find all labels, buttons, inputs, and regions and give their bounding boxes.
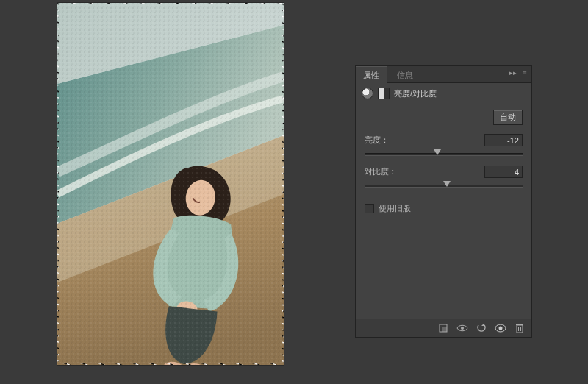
contrast-label: 对比度： [365,166,400,177]
svg-rect-15 [57,3,284,365]
adjustment-title: 亮度/对比度 [394,88,437,99]
tab-info[interactable]: 信息 [390,67,420,83]
svg-point-21 [499,327,503,330]
panel-menu-icon[interactable]: ≡ [521,69,528,77]
reset-icon[interactable] [476,322,487,334]
brightness-value-input[interactable] [484,134,523,146]
svg-rect-18 [442,327,447,332]
contrast-value-input[interactable] [484,166,523,178]
brightness-icon [362,88,373,99]
panel-tab-bar: 属性 信息 ▸▸ ≡ [356,66,531,83]
legacy-checkbox[interactable] [365,204,374,213]
document-canvas[interactable] [57,3,284,365]
delete-icon[interactable] [514,322,526,334]
brightness-slider[interactable] [365,148,523,160]
view-previous-icon[interactable] [456,322,468,334]
workspace: 属性 信息 ▸▸ ≡ 亮度/对比度 自动 亮度： [0,0,588,384]
legacy-label: 使用旧版 [379,203,411,214]
contrast-slider[interactable] [365,179,523,191]
svg-rect-23 [516,324,523,325]
adjustment-header: 亮度/对比度 [356,83,531,104]
tab-properties[interactable]: 属性 [356,66,387,83]
svg-point-19 [461,327,464,330]
panel-collapse-icon[interactable]: ▸▸ [509,69,517,77]
panel-body: 自动 亮度： 对比度： 使用旧版 [356,104,531,221]
properties-panel: 属性 信息 ▸▸ ≡ 亮度/对比度 自动 亮度： [355,65,532,338]
canvas-artwork [57,3,284,365]
svg-rect-22 [517,325,523,333]
visibility-icon[interactable] [495,322,506,334]
contrast-row: 对比度： [365,164,523,179]
panel-footer [356,319,531,337]
brightness-label: 亮度： [365,135,400,146]
brightness-row: 亮度： [365,132,523,148]
clip-to-layer-icon[interactable] [437,322,449,334]
contrast-icon [378,88,390,99]
auto-button[interactable]: 自动 [493,110,523,125]
legacy-row[interactable]: 使用旧版 [365,196,523,221]
